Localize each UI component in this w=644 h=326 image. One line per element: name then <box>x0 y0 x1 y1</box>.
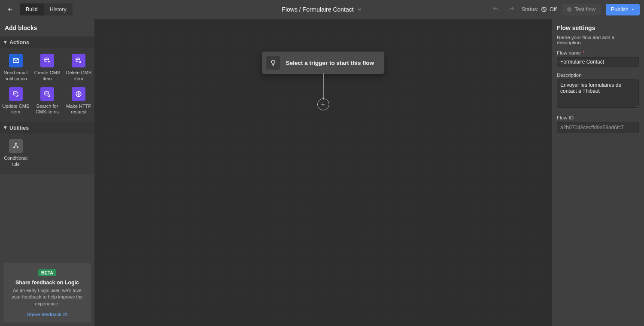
section-actions-label: Actions <box>9 40 29 46</box>
connector-line <box>323 73 324 100</box>
section-actions-header[interactable]: ▾ Actions <box>0 37 94 48</box>
svg-point-5 <box>45 91 49 93</box>
settings-title: Flow settings <box>557 19 639 35</box>
flow-name-label-text: Flow name <box>557 50 581 55</box>
globe-icon <box>72 87 85 101</box>
feedback-card: BETA Share feedback on Logic As an early… <box>3 263 91 323</box>
plus-icon: + <box>321 101 325 108</box>
feedback-heading: Share feedback on Logic <box>9 280 86 286</box>
caret-down-icon: ▾ <box>4 39 7 45</box>
block-label: Send email notification <box>2 70 30 82</box>
sidebar: Add blocks ▾ Actions Send email notifica… <box>0 19 94 326</box>
flow-name-label: Flow name* <box>557 50 639 55</box>
publish-label: Publish <box>611 6 629 12</box>
block-label: Make HTTP request <box>65 104 93 116</box>
status-indicator: Status: Off <box>522 6 556 12</box>
flow-canvas[interactable]: Select a trigger to start this flow + <box>94 19 552 326</box>
flow-id-label: Flow ID <box>557 115 639 120</box>
feedback-link[interactable]: Share feedback <box>27 312 68 317</box>
status-off-icon <box>541 6 547 12</box>
block-http-request[interactable]: Make HTTP request <box>63 85 94 118</box>
email-icon <box>9 54 23 67</box>
external-link-icon <box>63 312 67 317</box>
svg-point-10 <box>15 143 16 144</box>
tab-build[interactable]: Build <box>20 3 44 15</box>
block-update-cms[interactable]: Update CMS item <box>0 85 31 118</box>
section-utilities-header[interactable]: ▾ Utilities <box>0 122 94 134</box>
actions-grid: Send email notification Create CMS item … <box>0 48 94 122</box>
flow-id-readonly[interactable]: a2b07048cecffd9a59ad6fc7 <box>557 122 639 133</box>
block-label: Create CMS item <box>33 70 61 82</box>
test-flow-button[interactable]: Test flow <box>562 4 601 15</box>
database-plus-icon <box>40 54 54 67</box>
test-flow-label: Test flow <box>574 6 595 12</box>
arrow-left-icon <box>7 6 14 13</box>
back-button[interactable] <box>4 3 16 15</box>
view-tabs: Build History <box>20 3 73 15</box>
top-bar: Build History Flows / Formulaire Contact… <box>0 0 644 19</box>
caret-down-icon <box>631 8 635 11</box>
undo-button[interactable] <box>491 4 501 15</box>
section-utilities-label: Utilities <box>9 125 29 131</box>
settings-subtitle: Name your flow and add a description. <box>557 35 639 45</box>
required-asterisk: * <box>583 50 584 55</box>
beta-badge: BETA <box>38 269 56 276</box>
redo-button[interactable] <box>506 4 516 15</box>
description-label: Description <box>557 73 639 78</box>
utilities-grid: Conditional rule <box>0 134 94 174</box>
breadcrumb[interactable]: Flows / Formulaire Contact <box>282 6 362 13</box>
status-label: Status: <box>522 6 538 12</box>
block-search-cms[interactable]: Search for CMS items <box>31 85 63 118</box>
breadcrumb-text: Flows / Formulaire Contact <box>282 6 353 13</box>
svg-point-8 <box>13 147 15 148</box>
feedback-link-text: Share feedback <box>27 312 62 317</box>
svg-point-4 <box>13 91 17 93</box>
block-create-cms[interactable]: Create CMS item <box>31 51 63 85</box>
block-delete-cms[interactable]: Delete CMS item <box>63 51 94 85</box>
sidebar-title: Add blocks <box>0 19 94 37</box>
publish-button[interactable]: Publish <box>606 4 640 15</box>
database-search-icon <box>40 87 54 101</box>
status-value: Off <box>550 6 556 12</box>
block-conditional-rule[interactable]: Conditional rule <box>0 137 31 170</box>
undo-icon <box>492 6 499 13</box>
trigger-prompt-text: Select a trigger to start this flow <box>286 60 374 66</box>
trigger-placeholder[interactable]: Select a trigger to start this flow <box>262 52 385 74</box>
chevron-down-icon <box>357 7 362 12</box>
tab-history[interactable]: History <box>44 3 73 15</box>
description-textarea[interactable] <box>557 79 639 108</box>
block-label: Search for CMS items <box>33 104 61 116</box>
play-icon <box>567 7 572 12</box>
flow-name-input[interactable] <box>557 57 639 67</box>
add-step-button[interactable]: + <box>317 98 329 110</box>
top-right-actions: Status: Off Test flow Publish <box>491 4 640 15</box>
lightbulb-icon <box>266 56 280 70</box>
svg-point-6 <box>48 94 49 96</box>
database-edit-icon <box>9 87 23 101</box>
block-label: Delete CMS item <box>65 70 93 82</box>
block-label: Update CMS item <box>2 104 30 116</box>
branch-icon <box>9 139 23 153</box>
svg-point-3 <box>76 58 80 60</box>
caret-down-icon: ▾ <box>4 124 7 131</box>
feedback-body: As an early Logic user, we'd love your f… <box>9 287 86 307</box>
svg-point-2 <box>45 58 49 60</box>
block-label: Conditional rule <box>2 155 30 168</box>
block-send-email[interactable]: Send email notification <box>0 51 31 85</box>
redo-icon <box>508 6 515 13</box>
database-x-icon <box>72 54 85 67</box>
svg-point-9 <box>17 147 18 148</box>
settings-panel: Flow settings Name your flow and add a d… <box>552 19 644 326</box>
